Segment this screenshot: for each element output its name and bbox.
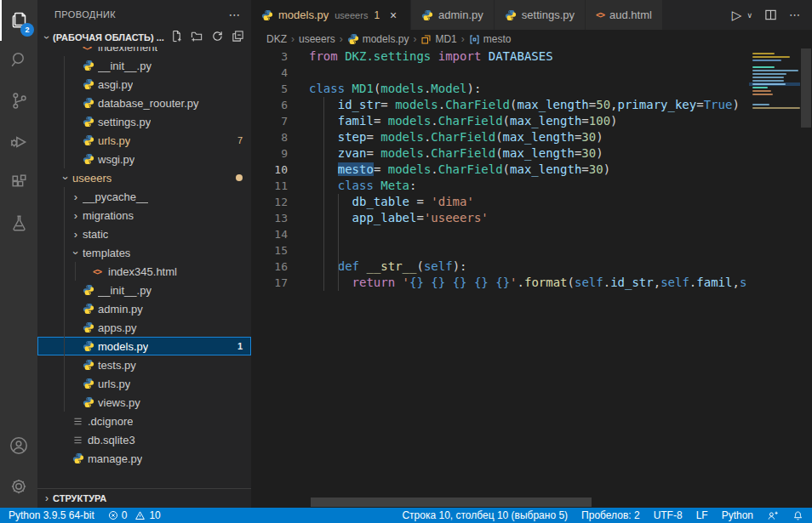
- line-number: 6: [251, 97, 288, 113]
- py-file-icon: [83, 153, 98, 165]
- tree-item-views-py[interactable]: views.py: [37, 393, 251, 412]
- breadcrumb-item-md1[interactable]: MD1: [420, 33, 456, 45]
- py-file-icon: [83, 116, 98, 128]
- tree-item-database-roouter-py[interactable]: database_roouter.py: [37, 94, 251, 112]
- code-text: db_table = 'dima': [309, 194, 474, 210]
- sidebar-item-search[interactable]: [0, 41, 37, 82]
- sidebar-item-account[interactable]: [0, 426, 37, 467]
- code-text: class Meta:: [309, 178, 416, 194]
- new-folder-icon[interactable]: [191, 30, 203, 45]
- tree-item-tests-py[interactable]: tests.py: [37, 355, 251, 374]
- indentation-status[interactable]: Пробелов: 2: [581, 509, 640, 521]
- tree-item-label: settings.py: [98, 116, 151, 128]
- close-icon[interactable]: ×: [386, 9, 400, 22]
- line-number: 12: [251, 194, 288, 210]
- sidebar-title: ПРОВОДНИК: [54, 9, 116, 20]
- split-editor-icon[interactable]: [764, 9, 777, 21]
- sidebar-item-run-and-debug[interactable]: [0, 122, 37, 163]
- tree-item-label: tests.py: [98, 359, 136, 372]
- tree-item-manage-py[interactable]: manage.py: [37, 449, 251, 468]
- tree-item-urls-py[interactable]: urls.py: [37, 374, 251, 393]
- line-number: 17: [251, 275, 288, 291]
- code-editor[interactable]: 3from DKZ.settings import DATABASES45cla…: [251, 48, 812, 508]
- tab-bar: models.pyuseeers1×admin.pysettings.py<>a…: [251, 0, 812, 30]
- tab-aud-html[interactable]: <>aud.html: [586, 0, 663, 30]
- tree-item-dcignore[interactable]: .dcignore: [37, 412, 251, 430]
- language-mode[interactable]: Python: [722, 509, 753, 521]
- code-text: mesto= models.CharField(max_length=30): [309, 162, 610, 178]
- tree-item-init-py[interactable]: __init__.py: [37, 56, 251, 75]
- tab-admin-py[interactable]: admin.py: [411, 0, 495, 30]
- py-file-icon: [83, 340, 98, 352]
- tree-item-settings-py[interactable]: settings.py: [37, 112, 251, 131]
- tree-item-label: indexlement: [98, 47, 157, 54]
- breadcrumb-item-mesto[interactable]: mesto: [469, 33, 512, 45]
- breadcrumb-item-dkz[interactable]: DKZ: [266, 33, 287, 45]
- py-file-icon: [83, 134, 98, 146]
- collapse-all-icon[interactable]: [232, 30, 244, 45]
- workspace-label: (РАБОЧАЯ ОБЛАСТЬ) ...: [53, 32, 164, 43]
- html-file-icon: <>: [83, 47, 98, 52]
- tree-item-label: migrations: [83, 209, 134, 222]
- tree-item-admin-py[interactable]: admin.py: [37, 299, 251, 318]
- code-text: def __str__(self):: [309, 259, 466, 275]
- run-dropdown-chevron-icon[interactable]: ∨: [746, 11, 752, 20]
- problems-status[interactable]: 0 10: [108, 509, 161, 521]
- tree-item-pycache[interactable]: ›__pycache__: [37, 187, 251, 206]
- new-file-icon[interactable]: [170, 30, 183, 45]
- tree-item-useeers[interactable]: ›useeers: [37, 168, 251, 187]
- tree-item-static[interactable]: ›static: [37, 225, 251, 243]
- sidebar-item-extensions[interactable]: [0, 163, 37, 204]
- tree-item-models-py[interactable]: models.py1: [37, 337, 251, 355]
- outline-section-header[interactable]: › СТРУКТУРА: [37, 488, 251, 508]
- breadcrumb-item-models-py[interactable]: models.py: [347, 33, 409, 45]
- refresh-icon[interactable]: [211, 30, 224, 45]
- encoding-status[interactable]: UTF-8: [654, 509, 683, 521]
- notifications-bell-icon[interactable]: [792, 510, 803, 521]
- horizontal-scrollbar-thumb[interactable]: [311, 497, 592, 507]
- error-count: 0: [122, 509, 128, 521]
- python-interpreter-status[interactable]: Python 3.9.5 64-bit: [9, 509, 94, 521]
- vertical-scrollbar[interactable]: [800, 48, 812, 508]
- py-file-icon: [83, 97, 98, 109]
- tree-item-index345-html[interactable]: <>index345.html: [37, 262, 251, 281]
- workspace-section-header[interactable]: › (РАБОЧАЯ ОБЛАСТЬ) ...: [37, 28, 251, 47]
- tree-item-wsgi-py[interactable]: wsgi.py: [37, 150, 251, 168]
- tree-item-label: models.py: [98, 340, 148, 353]
- tree-item-label: index345.html: [108, 265, 177, 278]
- tree-item-init-py[interactable]: __init__.py: [37, 281, 251, 299]
- more-actions-icon[interactable]: ⋯: [229, 8, 241, 21]
- breadcrumb-item-useeers[interactable]: useeers: [299, 33, 335, 45]
- tab-models-py[interactable]: models.pyuseeers1×: [251, 0, 411, 30]
- tree-item-label: admin.py: [98, 303, 143, 316]
- git-badge: 1: [237, 341, 243, 351]
- more-actions-icon[interactable]: ⋯: [789, 9, 800, 21]
- minimap[interactable]: [749, 48, 800, 508]
- code-text: class MD1(models.Model):: [309, 81, 481, 97]
- tree-item-templates[interactable]: ›templates: [37, 243, 251, 262]
- line-number: 5: [251, 81, 288, 97]
- code-lines: 3from DKZ.settings import DATABASES45cla…: [251, 48, 749, 291]
- sidebar-item-source-control[interactable]: [0, 82, 37, 122]
- sidebar-item-testing[interactable]: [0, 204, 37, 245]
- run-button[interactable]: ▷: [732, 8, 742, 23]
- play-icon: ▷: [732, 8, 742, 23]
- tree-item-apps-py[interactable]: apps.py: [37, 318, 251, 337]
- modified-dot: [236, 174, 243, 181]
- tree-item-urls-py[interactable]: urls.py7: [37, 131, 251, 150]
- tree-item-migrations[interactable]: ›migrations: [37, 206, 251, 225]
- code-text: from DKZ.settings import DATABASES: [309, 48, 553, 65]
- cursor-position[interactable]: Строка 10, столбец 10 (выбрано 5): [402, 509, 568, 521]
- tab-settings-py[interactable]: settings.py: [495, 0, 586, 30]
- sidebar-item-settings[interactable]: [0, 467, 37, 508]
- line-number: 9: [251, 145, 288, 162]
- tree-item-asgi-py[interactable]: asgi.py: [37, 75, 251, 94]
- sidebar-item-explorer[interactable]: 2: [0, 0, 37, 41]
- feedback-icon[interactable]: [767, 510, 779, 521]
- chevron-down-icon: ›: [41, 31, 53, 43]
- error-icon: [108, 510, 118, 520]
- vertical-scrollbar-thumb[interactable]: [801, 48, 811, 128]
- tree-item-db-sqlite3[interactable]: db.sqlite3: [37, 430, 251, 449]
- eol-status[interactable]: LF: [696, 509, 708, 521]
- tree-item-indexlement[interactable]: <>indexlement: [37, 47, 251, 56]
